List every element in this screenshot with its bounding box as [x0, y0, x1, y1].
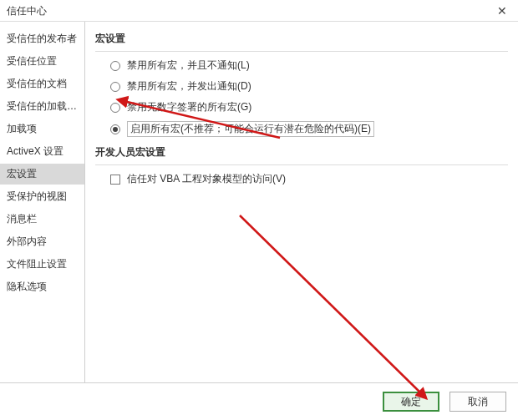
sidebar-item-message-bar[interactable]: 消息栏	[0, 209, 84, 230]
sidebar-item-file-block-settings[interactable]: 文件阻止设置	[0, 254, 84, 275]
radio-label: 禁用无数字签署的所有宏(G)	[127, 100, 251, 114]
window-title: 信任中心	[7, 0, 47, 22]
sidebar: 受信任的发布者 受信任位置 受信任的文档 受信任的加载项目录 加载项 Activ…	[0, 22, 84, 382]
checkbox-trust-vba-access[interactable]: 信任对 VBA 工程对象模型的访问(V)	[110, 172, 508, 186]
sidebar-item-macro-settings[interactable]: 宏设置	[0, 164, 84, 185]
sidebar-item-protected-view[interactable]: 受保护的视图	[0, 186, 84, 207]
radio-icon	[110, 61, 120, 71]
titlebar: 信任中心 ✕	[0, 0, 518, 22]
cancel-button[interactable]: 取消	[449, 392, 506, 412]
content-pane: 宏设置 禁用所有宏，并且不通知(L) 禁用所有宏，并发出通知(D) 禁用无数字签…	[85, 22, 518, 382]
sidebar-item-privacy-options[interactable]: 隐私选项	[0, 276, 84, 297]
dialog-footer: 确定 取消	[0, 382, 518, 420]
sidebar-item-external-content[interactable]: 外部内容	[0, 231, 84, 252]
sidebar-item-trusted-documents[interactable]: 受信任的文档	[0, 73, 84, 94]
close-icon[interactable]: ✕	[495, 3, 510, 18]
radio-icon	[110, 103, 120, 113]
sidebar-item-trusted-locations[interactable]: 受信任位置	[0, 51, 84, 72]
divider	[95, 51, 508, 52]
checkbox-label: 信任对 VBA 工程对象模型的访问(V)	[127, 172, 286, 186]
radio-label: 禁用所有宏，并发出通知(D)	[127, 79, 251, 94]
radio-label: 禁用所有宏，并且不通知(L)	[127, 58, 250, 73]
sidebar-item-trusted-addin-catalogs[interactable]: 受信任的加载项目录	[0, 96, 84, 117]
radio-disable-unsigned[interactable]: 禁用无数字签署的所有宏(G)	[110, 100, 508, 114]
group-macro-settings-title: 宏设置	[95, 32, 508, 46]
sidebar-item-addins[interactable]: 加载项	[0, 119, 84, 139]
radio-enable-all[interactable]: 启用所有宏(不推荐；可能会运行有潜在危险的代码)(E)	[110, 121, 508, 137]
radio-icon	[110, 82, 120, 92]
radio-icon	[110, 124, 120, 134]
checkbox-icon	[110, 175, 120, 185]
radio-disable-with-notify[interactable]: 禁用所有宏，并发出通知(D)	[110, 79, 508, 94]
divider	[95, 164, 508, 165]
radio-disable-no-notify[interactable]: 禁用所有宏，并且不通知(L)	[110, 58, 508, 73]
group-developer-macro-title: 开发人员宏设置	[95, 145, 508, 159]
sidebar-item-activex-settings[interactable]: ActiveX 设置	[0, 141, 84, 162]
ok-button[interactable]: 确定	[383, 392, 439, 412]
sidebar-item-trusted-publishers[interactable]: 受信任的发布者	[0, 28, 84, 49]
radio-label: 启用所有宏(不推荐；可能会运行有潜在危险的代码)(E)	[127, 121, 374, 137]
